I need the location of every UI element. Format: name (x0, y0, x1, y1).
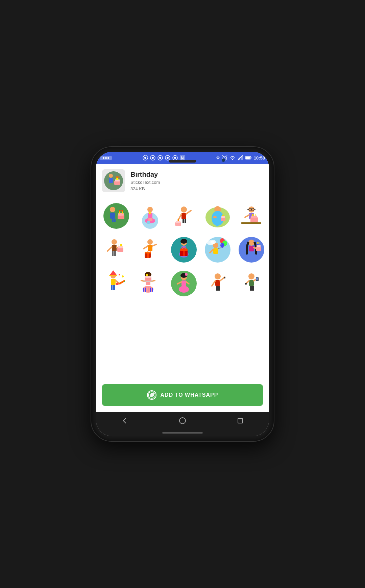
sticker-12[interactable] (135, 268, 166, 299)
svg-point-140 (258, 242, 260, 244)
sticker-8[interactable] (168, 234, 199, 265)
pack-info: Birthday StickoText.com 324 KB (130, 171, 160, 191)
svg-rect-31 (109, 178, 113, 183)
svg-point-151 (119, 274, 120, 275)
svg-rect-76 (221, 218, 225, 221)
sticker-11[interactable] (101, 268, 132, 299)
svg-rect-55 (148, 213, 152, 218)
svg-rect-34 (116, 177, 117, 180)
sticker-3[interactable] (168, 200, 199, 231)
svg-rect-168 (147, 274, 148, 276)
svg-rect-62 (181, 213, 186, 219)
svg-rect-109 (147, 253, 149, 258)
svg-rect-192 (256, 277, 258, 280)
svg-rect-90 (252, 214, 253, 216)
sticker-1[interactable] (101, 200, 132, 231)
svg-rect-88 (250, 217, 258, 222)
camera (222, 158, 225, 162)
svg-point-139 (257, 242, 258, 244)
svg-rect-48 (121, 211, 121, 214)
sticker-row-1 (101, 200, 264, 231)
svg-point-54 (147, 207, 153, 212)
chrome-icon-3 (157, 155, 163, 161)
app-header: Birthday StickoText.com 324 KB (96, 164, 269, 197)
svg-point-9 (159, 157, 161, 159)
sticker-7[interactable] (135, 234, 166, 265)
sticker-13[interactable] (168, 268, 199, 299)
svg-line-63 (186, 211, 191, 214)
svg-rect-92 (255, 214, 256, 216)
svg-marker-142 (109, 270, 117, 276)
svg-line-20 (226, 155, 227, 156)
svg-rect-66 (185, 219, 186, 223)
svg-rect-133 (249, 246, 254, 251)
svg-rect-27 (251, 157, 251, 158)
sticker-10[interactable] (236, 234, 267, 265)
svg-rect-144 (111, 279, 116, 285)
svg-point-11 (167, 157, 169, 159)
svg-rect-101 (119, 244, 119, 246)
svg-rect-47 (119, 211, 120, 214)
status-left (100, 156, 112, 160)
add-button-label: ADD TO WHATSAPP (161, 392, 218, 398)
back-button[interactable] (117, 413, 132, 428)
pack-author: StickoText.com (130, 180, 160, 185)
wifi-icon (229, 155, 236, 160)
svg-rect-87 (241, 222, 261, 224)
home-button[interactable] (175, 413, 190, 428)
whatsapp-icon (147, 390, 156, 400)
sticker-row-3 (101, 268, 264, 299)
recent-apps-button[interactable] (233, 413, 248, 428)
battery-icon (245, 156, 252, 160)
bottom-area: ADD TO WHATSAPP (96, 379, 269, 412)
sticker-2[interactable] (135, 200, 166, 231)
chrome-icon-1 (143, 155, 148, 161)
pack-size: 324 KB (130, 186, 160, 191)
svg-point-195 (179, 418, 186, 424)
svg-point-152 (124, 281, 125, 282)
svg-point-150 (122, 275, 124, 277)
sticker-row-2 (101, 234, 264, 265)
sticker-14[interactable] (202, 268, 233, 299)
svg-point-50 (119, 210, 120, 212)
svg-line-107 (144, 246, 148, 249)
svg-rect-118 (180, 249, 188, 251)
svg-rect-58 (148, 218, 152, 221)
menu-dots-icon (100, 156, 112, 160)
svg-point-38 (117, 176, 118, 178)
svg-point-40 (103, 203, 129, 229)
svg-point-61 (181, 206, 187, 213)
svg-rect-60 (150, 212, 151, 214)
svg-rect-146 (119, 280, 125, 285)
svg-line-86 (245, 215, 249, 217)
svg-line-181 (212, 281, 215, 286)
add-to-whatsapp-button[interactable]: ADD TO WHATSAPP (102, 384, 263, 406)
svg-rect-148 (111, 285, 113, 290)
svg-line-95 (107, 247, 112, 251)
sticker-5[interactable] (236, 200, 267, 231)
svg-rect-59 (149, 212, 150, 214)
svg-rect-74 (216, 223, 218, 226)
svg-rect-103 (121, 244, 122, 246)
sticker-4[interactable] (202, 200, 233, 231)
svg-point-29 (104, 171, 123, 190)
svg-rect-42 (110, 213, 115, 219)
svg-point-7 (152, 157, 154, 159)
svg-rect-110 (145, 252, 151, 253)
svg-rect-100 (118, 246, 123, 248)
svg-rect-78 (222, 215, 223, 216)
signal-icon (238, 155, 243, 161)
sticker-9[interactable] (202, 234, 233, 265)
svg-point-39 (118, 176, 120, 178)
svg-rect-79 (223, 215, 224, 216)
svg-rect-57 (147, 221, 150, 224)
sticker-15[interactable] (236, 268, 267, 299)
svg-rect-36 (119, 177, 119, 180)
svg-rect-183 (218, 286, 220, 291)
svg-rect-121 (213, 248, 218, 254)
svg-rect-65 (182, 219, 184, 223)
svg-point-93 (112, 239, 117, 245)
svg-rect-149 (113, 285, 115, 290)
sticker-6[interactable] (101, 234, 132, 265)
svg-point-104 (147, 239, 153, 245)
